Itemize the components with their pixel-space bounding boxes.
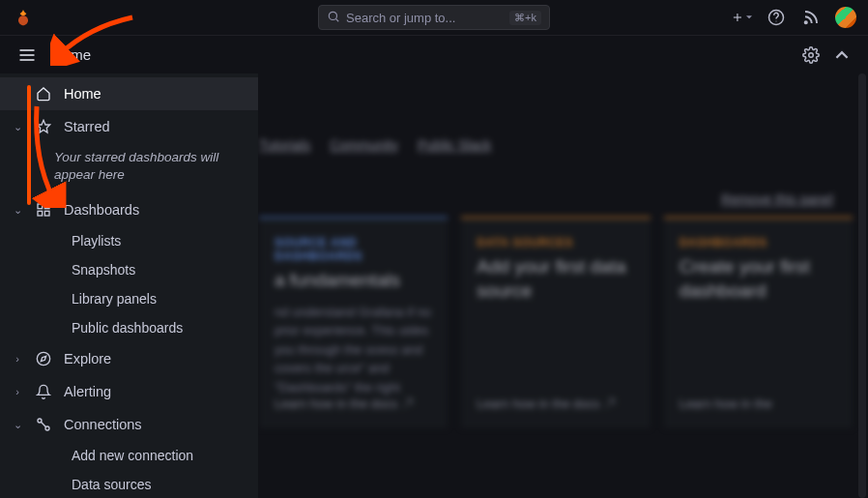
- dashboards-icon: [35, 202, 52, 218]
- kbd-shortcut: ⌘+k: [509, 11, 541, 25]
- link-community[interactable]: Community: [330, 137, 398, 153]
- grafana-logo-icon[interactable]: [12, 6, 35, 29]
- link-tutorials[interactable]: Tutorials: [259, 137, 310, 153]
- nav-item-explore[interactable]: › Explore: [0, 342, 258, 375]
- nav-label: Starred: [64, 119, 110, 134]
- annotation-highlight-bar: [27, 85, 31, 205]
- collapse-icon[interactable]: [831, 44, 853, 66]
- card-doc-link[interactable]: Learn how in the: [680, 396, 837, 411]
- add-menu-button[interactable]: [731, 7, 752, 28]
- svg-rect-13: [44, 204, 49, 209]
- nav-item-dashboards[interactable]: ⌄ Dashboards: [0, 193, 258, 226]
- card-eyebrow: SOURCE AND DASHBOARDS: [275, 236, 432, 263]
- nav-sub-datasources[interactable]: Data sources: [0, 470, 258, 498]
- search-input[interactable]: Search or jump to... ⌘+k: [318, 5, 550, 30]
- card-title: Add your first data source: [477, 255, 634, 303]
- svg-marker-17: [41, 357, 45, 362]
- breadcrumb-bar: Home: [0, 35, 868, 73]
- search-placeholder: Search or jump to...: [346, 11, 455, 25]
- card-tutorial[interactable]: SOURCE AND DASHBOARDS a fundamentals nd …: [259, 217, 448, 428]
- svg-point-0: [329, 12, 336, 19]
- nav-panel: Home ⌄ Starred Your starred dashboards w…: [0, 73, 258, 498]
- svg-point-16: [37, 353, 49, 366]
- svg-rect-15: [44, 212, 49, 217]
- connections-icon: [35, 417, 52, 432]
- nav-label: Alerting: [64, 384, 111, 399]
- remove-panel-link[interactable]: Remove this panel: [721, 191, 833, 207]
- nav-label: Connections: [64, 417, 142, 432]
- search-icon: [327, 10, 340, 26]
- svg-line-1: [335, 18, 338, 21]
- nav-sub-playlists[interactable]: Playlists: [0, 226, 258, 255]
- nav-sub-snapshots[interactable]: Snapshots: [0, 255, 258, 284]
- link-slack[interactable]: Public Slack: [418, 137, 491, 153]
- nav-item-alerting[interactable]: › Alerting: [0, 375, 258, 408]
- nav-item-home[interactable]: Home: [0, 77, 258, 110]
- card-dashboards[interactable]: DASHBOARDS Create your first dashboard L…: [664, 217, 853, 428]
- user-avatar[interactable]: [835, 7, 856, 28]
- card-eyebrow: DASHBOARDS: [680, 236, 837, 249]
- help-icon[interactable]: [766, 7, 787, 28]
- chevron-down-icon: ⌄: [12, 121, 23, 133]
- chevron-right-icon: ›: [12, 386, 23, 397]
- svg-rect-14: [38, 212, 43, 217]
- settings-icon[interactable]: [800, 44, 822, 66]
- chevron-down-icon: ⌄: [12, 204, 23, 217]
- nav-label: Dashboards: [64, 202, 139, 218]
- main-links: Tutorials Community Public Slack: [259, 137, 853, 153]
- nav-label: Home: [64, 86, 101, 102]
- svg-point-6: [805, 21, 807, 23]
- card-eyebrow: DATA SOURCES: [477, 236, 634, 249]
- nav-item-connections[interactable]: ⌄ Connections: [0, 408, 258, 441]
- svg-marker-11: [37, 120, 49, 132]
- breadcrumb-home[interactable]: Home: [52, 46, 91, 63]
- card-body: nd understand Grafana if no prior experi…: [275, 303, 432, 397]
- card-datasources[interactable]: DATA SOURCES Add your first data source …: [461, 217, 650, 428]
- starred-empty-note: Your starred dashboards will appear here: [0, 143, 258, 193]
- card-title: Create your first dashboard: [680, 255, 837, 303]
- menu-toggle-button[interactable]: [15, 44, 39, 67]
- nav-item-starred[interactable]: ⌄ Starred: [0, 110, 258, 143]
- compass-icon: [35, 351, 52, 366]
- home-icon: [35, 86, 52, 102]
- chevron-right-icon: ›: [12, 353, 23, 365]
- top-bar: Search or jump to... ⌘+k: [0, 0, 868, 35]
- star-icon: [35, 119, 52, 134]
- nav-label: Explore: [64, 351, 111, 366]
- nav-sub-public[interactable]: Public dashboards: [0, 313, 258, 342]
- svg-rect-12: [38, 204, 43, 209]
- card-title: a fundamentals: [275, 269, 432, 293]
- bell-icon: [35, 384, 52, 399]
- svg-line-20: [41, 423, 45, 427]
- topbar-right: [731, 7, 856, 28]
- card-doc-link[interactable]: Learn how in the docs 🡥: [477, 396, 634, 411]
- rss-icon[interactable]: [800, 7, 822, 28]
- nav-sub-library[interactable]: Library panels: [0, 284, 258, 313]
- svg-point-10: [809, 52, 814, 57]
- scrollbar[interactable]: [858, 73, 866, 498]
- chevron-down-icon: ⌄: [12, 419, 23, 431]
- card-doc-link[interactable]: Learn how in the docs 🡥: [275, 396, 432, 411]
- nav-sub-add-connection[interactable]: Add new connection: [0, 441, 258, 470]
